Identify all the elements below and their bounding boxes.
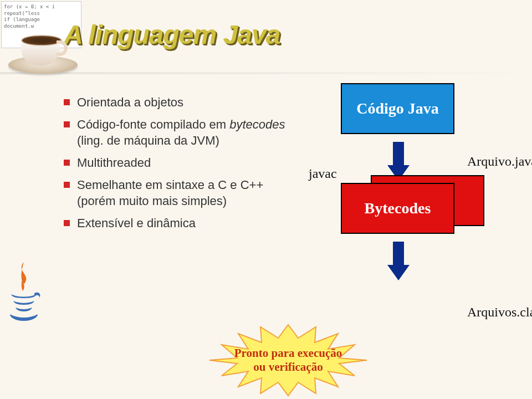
box-label: Bytecodes <box>365 200 431 217</box>
java-logo-icon <box>4 258 43 324</box>
box-label: Código Java <box>356 100 439 117</box>
list-item: Código-fonte compilado em bytecodes (lin… <box>64 116 296 149</box>
teacup-image <box>6 27 80 74</box>
list-item: Orientada a objetos <box>64 94 296 111</box>
starburst-line1: Pronto para execução <box>234 346 342 360</box>
bullet-text-italic: bytecodes <box>229 117 285 131</box>
box-bytecodes: Bytecodes <box>341 183 454 234</box>
bullet-text: Semelhante em sintaxe a C e C++ (porém m… <box>77 178 263 208</box>
bullet-text: Código-fonte compilado em <box>77 117 229 131</box>
list-item: Extensível e dinâmica <box>64 215 296 232</box>
bullet-text: Multithreaded <box>77 156 151 170</box>
flow-diagram: Código Java javac Arquivo.java Bytecodes… <box>319 83 518 283</box>
box-codigo-java: Código Java <box>341 83 454 134</box>
bullet-list: Orientada a objetos Código-fonte compila… <box>64 94 296 237</box>
label-arquivos-class: Arquivos.class <box>467 305 532 320</box>
starburst-line2: ou verificação <box>253 360 323 374</box>
starburst-callout: Pronto para execução ou verificação <box>211 332 366 388</box>
list-item: Semelhante em sintaxe a C e C++ (porém m… <box>64 177 296 209</box>
list-item: Multithreaded <box>64 155 296 171</box>
slide-title: A linguagem Java <box>64 19 280 50</box>
starburst-text: Pronto para execução ou verificação <box>234 346 342 374</box>
arrow-down-icon <box>319 242 518 280</box>
bullet-text: Orientada a objetos <box>77 95 183 109</box>
bullet-text: (ling. de máquina da JVM) <box>77 134 219 147</box>
bullet-text: Extensível e dinâmica <box>77 216 196 230</box>
